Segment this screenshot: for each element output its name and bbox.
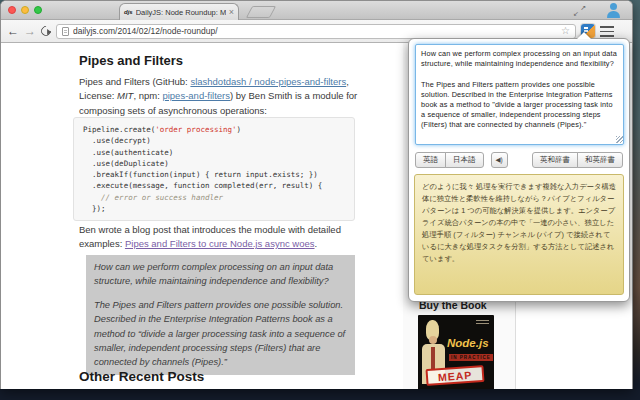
quote-paragraph-2: The Pipes and Filters pattern provides o… [94, 298, 347, 370]
zoom-window-button[interactable] [34, 6, 42, 14]
window-controls [8, 6, 42, 14]
back-button[interactable]: ← [7, 25, 19, 37]
ja-en-dictionary-button[interactable]: 和英辞書 [577, 152, 623, 168]
book-subtitle: IN PRACTICE [449, 354, 493, 361]
github-link[interactable]: slashdotdash / node-pipes-and-filters [190, 76, 346, 87]
section-heading-pipes-and-filters: Pipes and Filters [79, 53, 183, 68]
book-authors [476, 320, 489, 325]
code-block: Pipeline.create('order processing') .use… [73, 117, 355, 221]
forward-button[interactable]: → [24, 25, 36, 37]
tab-title: DailyJS: Node Roundup: M [136, 8, 226, 17]
english-button[interactable]: 英語 [415, 152, 446, 168]
close-window-button[interactable] [8, 6, 16, 14]
popup-button-row: 英語 日本語 ◀) 英和辞書 和英辞書 [415, 151, 623, 168]
speaker-icon[interactable]: ◀) [491, 152, 508, 168]
other-recent-posts-heading: Other Recent Posts [79, 369, 204, 384]
translate-popup: How can we perform complex processing on… [408, 38, 630, 302]
japanese-button[interactable]: 日本語 [445, 152, 484, 168]
blog-post-paragraph: Ben wrote a blog post that introduces th… [79, 223, 368, 252]
fullscreen-icon[interactable]: ↗ ↙ [573, 4, 586, 17]
tab-close-icon[interactable]: × [229, 8, 234, 17]
book-cover[interactable]: Node.js IN PRACTICE MEAP [418, 315, 494, 389]
profile-icon[interactable] [605, 3, 621, 18]
menu-icon[interactable] [600, 26, 614, 37]
en-ja-dictionary-button[interactable]: 英和辞書 [532, 152, 578, 168]
title-bar[interactable]: djs DailyJS: Node Roundup: M × ↗ ↙ [1, 1, 632, 20]
meap-badge: MEAP [425, 365, 484, 386]
textarea-resize-handle[interactable] [616, 136, 623, 143]
url-text[interactable]: dailyjs.com/2014/02/12/node-roundup/ [73, 26, 557, 36]
minimize-window-button[interactable] [21, 6, 29, 14]
source-text-input[interactable]: How can we perform complex processing on… [415, 44, 624, 145]
license-label: MIT [117, 90, 133, 101]
intro-paragraph: Pipes and Filters (GitHub: slashdotdash … [79, 75, 368, 118]
new-tab-button[interactable] [246, 6, 276, 18]
translation-result: どのように我々 処理を実行できます複雑な入力データ構造体に独立性と柔軟性を維持し… [414, 174, 624, 295]
blog-post-link[interactable]: Pipes and Filters to cure Node.js async … [125, 238, 315, 249]
bookmark-star-icon[interactable]: ☆ [561, 26, 570, 36]
book-title: Node.js [447, 337, 489, 349]
tab-favicon: djs [124, 9, 133, 15]
address-bar[interactable]: dailyjs.com/2014/02/12/node-roundup/ ☆ [56, 24, 576, 39]
page-icon [62, 27, 69, 36]
popup-arrow [577, 32, 591, 39]
blockquote-selected: How can we perform complex processing on… [86, 255, 355, 375]
reload-button[interactable] [39, 24, 53, 38]
quote-paragraph-1: How can we perform complex processing on… [94, 260, 347, 289]
browser-tab[interactable]: djs DailyJS: Node Roundup: M × [119, 3, 239, 20]
npm-link[interactable]: pipes-and-filters [162, 90, 230, 101]
